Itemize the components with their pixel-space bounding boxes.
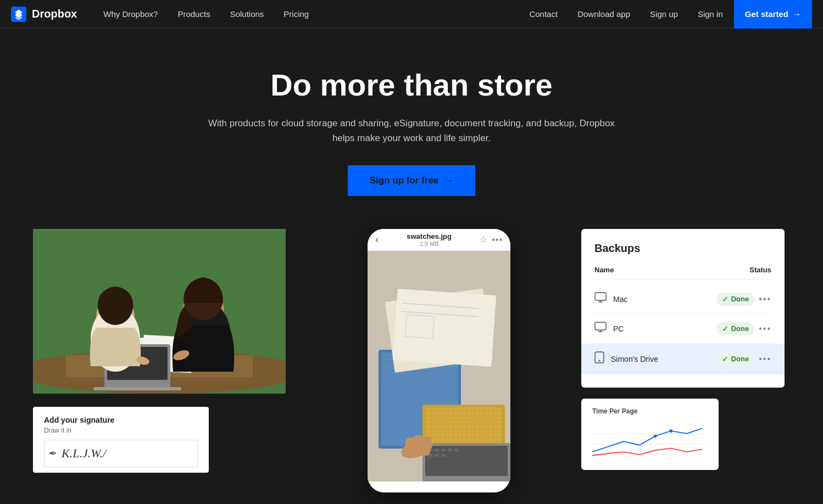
navbar: Dropbox Why Dropbox? Products Solutions … <box>0 0 823 29</box>
check-icon-mac: ✓ <box>722 295 729 304</box>
star-icon[interactable]: ☆ <box>480 234 487 245</box>
svg-rect-38 <box>448 449 452 451</box>
check-icon-simon: ✓ <box>722 355 729 363</box>
phone-topbar: ‹ swatches.jpg 2.9 MB ☆ ••• <box>368 229 510 251</box>
signature-box[interactable]: ✒ K.L.J.W./ <box>44 440 198 467</box>
svg-rect-47 <box>595 293 606 300</box>
svg-point-58 <box>654 435 657 438</box>
simon-status-badge: ✓ Done <box>716 352 755 366</box>
hero-photo <box>33 229 286 394</box>
backup-title: Backups <box>594 242 771 255</box>
backup-row-mac-left: Mac <box>594 292 627 306</box>
backup-col-status-header: Status <box>749 266 771 274</box>
people-illustration <box>33 229 286 394</box>
backup-row-pc-left: PC <box>594 322 624 335</box>
dropbox-logo-icon <box>11 7 26 22</box>
phone-image-area <box>368 251 510 481</box>
chart-area <box>592 419 708 463</box>
content-section: Add your signature Draw it in ✒ K.L.J.W.… <box>0 229 823 504</box>
hero-headline: Do more than store <box>11 67 812 103</box>
nav-links-left: Why Dropbox? Products Solutions Pricing <box>93 0 319 29</box>
svg-rect-42 <box>441 454 446 457</box>
more-options-icon[interactable]: ••• <box>492 235 503 245</box>
nav-link-signup[interactable]: Sign up <box>641 0 687 29</box>
pc-status-badge: ✓ Done <box>716 322 755 335</box>
backup-row-mac-right: ✓ Done ••• <box>716 293 771 306</box>
nav-links-right: Contact Download app Sign up Sign in Get… <box>520 0 812 29</box>
svg-rect-9 <box>93 387 181 390</box>
brand-name: Dropbox <box>32 8 77 20</box>
monitor-icon-pc <box>594 322 607 335</box>
backup-row-mac: Mac ✓ Done ••• <box>594 284 771 314</box>
phone-mockup: ‹ swatches.jpg 2.9 MB ☆ ••• <box>368 229 510 492</box>
signature-subtitle: Draw it in <box>44 427 198 434</box>
chart-card: Time Per Page <box>581 399 719 470</box>
monitor-icon-mac <box>594 292 607 306</box>
phone-title-group: swatches.jpg 2.9 MB <box>407 232 452 247</box>
nav-link-why-dropbox[interactable]: Why Dropbox? <box>93 0 168 29</box>
phone-filename: swatches.jpg <box>407 232 452 240</box>
mac-status-badge: ✓ Done <box>716 293 755 306</box>
svg-rect-41 <box>435 454 439 457</box>
simon-row-more-button[interactable]: ••• <box>759 354 771 364</box>
nav-link-download[interactable]: Download app <box>569 0 639 29</box>
hero-cta-button[interactable]: Sign up for free → <box>348 165 476 196</box>
people-photo <box>33 229 286 394</box>
svg-point-54 <box>599 360 600 362</box>
hero-subtext: With products for cloud storage and shar… <box>203 116 620 145</box>
svg-rect-29 <box>393 289 497 367</box>
signature-card: Add your signature Draw it in ✒ K.L.J.W.… <box>33 407 209 473</box>
phone-filesize: 2.9 MB <box>420 240 439 247</box>
middle-column: ‹ swatches.jpg 2.9 MB ☆ ••• <box>319 229 559 492</box>
svg-point-59 <box>669 429 672 433</box>
signature-preview: K.L.J.W./ <box>62 446 106 461</box>
logo[interactable]: Dropbox <box>11 7 77 22</box>
simons-drive-name: Simon's Drive <box>611 355 658 363</box>
nav-link-pricing[interactable]: Pricing <box>274 0 319 29</box>
check-icon-pc: ✓ <box>722 324 729 333</box>
pc-row-more-button[interactable]: ••• <box>759 324 771 334</box>
pen-icon: ✒ <box>49 447 57 460</box>
mac-device-name: Mac <box>613 295 627 304</box>
nav-link-products[interactable]: Products <box>168 0 220 29</box>
backup-row-simon-right: ✓ Done ••• <box>716 352 771 366</box>
backup-row-pc-right: ✓ Done ••• <box>716 322 771 335</box>
backup-card: Backups Name Status Mac <box>581 229 785 388</box>
svg-rect-36 <box>435 449 439 451</box>
swatches-illustration <box>368 251 510 481</box>
chart-title: Time Per Page <box>592 407 708 415</box>
backup-header-row: Name Status <box>594 266 771 280</box>
backup-col-name-header: Name <box>594 266 614 274</box>
mac-row-more-button[interactable]: ••• <box>759 294 771 304</box>
hero-section: Do more than store With products for clo… <box>0 29 823 229</box>
nav-link-contact[interactable]: Contact <box>520 0 566 29</box>
nav-link-signin[interactable]: Sign in <box>689 0 732 29</box>
nav-link-solutions[interactable]: Solutions <box>220 0 274 29</box>
back-button[interactable]: ‹ <box>375 234 379 245</box>
right-column: Backups Name Status Mac <box>581 229 790 470</box>
signature-title: Add your signature <box>44 416 198 424</box>
svg-rect-39 <box>454 449 459 451</box>
chart-svg <box>592 419 708 463</box>
get-started-button[interactable]: Get started → <box>734 0 812 29</box>
phone-actions: ☆ ••• <box>480 234 503 245</box>
svg-rect-37 <box>441 449 446 451</box>
backup-row-simon-left: Simon's Drive <box>594 351 658 366</box>
svg-rect-50 <box>595 322 606 330</box>
backup-row-simons-drive: Simon's Drive ✓ Done ••• <box>581 344 785 374</box>
pc-device-name: PC <box>613 324 624 333</box>
phone-icon-simon <box>594 351 604 366</box>
backup-row-pc: PC ✓ Done ••• <box>594 314 771 344</box>
left-column: Add your signature Draw it in ✒ K.L.J.W.… <box>33 229 297 473</box>
